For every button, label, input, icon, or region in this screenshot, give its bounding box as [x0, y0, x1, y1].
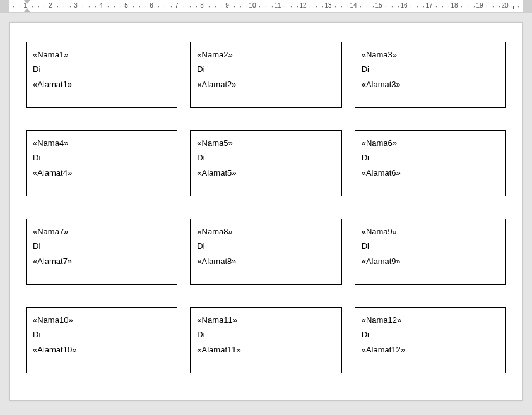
ruler-minor-tick: ·	[341, 4, 343, 10]
merge-field-alamat: «Alamat12»	[362, 342, 499, 357]
static-di: Di	[33, 327, 170, 342]
merge-field-nama: «Nama1»	[33, 47, 170, 62]
ruler-minor-tick: ·	[492, 4, 494, 10]
merge-field-alamat: «Alamat1»	[33, 77, 170, 92]
merge-field-alamat: «Alamat5»	[197, 165, 334, 180]
merge-field-alamat: «Alamat7»	[33, 254, 170, 268]
ruler-minor-tick: ·	[240, 4, 242, 10]
ruler-minor-tick: ·	[164, 4, 166, 10]
ruler-number: 1	[23, 3, 27, 9]
ruler-number: 5	[124, 3, 128, 9]
ruler-minor-tick: ·	[158, 4, 160, 10]
document-page[interactable]: «Nama1» Di «Alamat1» «Nama2» Di «Alamat2…	[9, 22, 523, 401]
ruler-minor-tick: ·	[265, 4, 267, 10]
ruler-number: 18	[451, 3, 458, 9]
ruler-minor-tick: ·	[145, 4, 147, 10]
label-cell[interactable]: «Nama5» Di «Alamat5»	[190, 130, 341, 196]
ruler-minor-tick: ·	[82, 4, 84, 10]
label-cell[interactable]: «Nama2» Di «Alamat2»	[190, 42, 341, 108]
merge-field-alamat: «Alamat2»	[197, 77, 334, 92]
label-grid: «Nama1» Di «Alamat1» «Nama2» Di «Alamat2…	[26, 42, 506, 373]
static-di: Di	[197, 239, 334, 253]
label-cell[interactable]: «Nama7» Di «Alamat7»	[26, 219, 177, 285]
ruler-number: 12	[299, 3, 306, 9]
merge-field-nama: «Nama9»	[362, 224, 499, 239]
ruler-minor-tick: ·	[69, 4, 71, 10]
label-cell[interactable]: «Nama6» Di «Alamat6»	[355, 130, 506, 196]
ruler-minor-tick: ·	[486, 4, 488, 10]
ruler-minor-tick: ·	[347, 4, 349, 10]
merge-field-alamat: «Alamat11»	[197, 342, 334, 357]
ruler-minor-tick: ·	[499, 4, 500, 10]
merge-field-nama: «Nama5»	[197, 136, 334, 150]
ruler-minor-tick: ·	[208, 4, 210, 10]
ruler-minor-tick: ·	[63, 4, 65, 10]
ruler-minor-tick: ·	[196, 4, 198, 10]
merge-field-nama: «Nama3»	[362, 47, 499, 62]
ruler-number: 6	[150, 3, 153, 9]
ruler-number: 15	[375, 3, 382, 9]
merge-field-nama: «Nama4»	[33, 136, 170, 150]
tab-stop-marker[interactable]	[513, 6, 517, 9]
ruler-number: 3	[74, 3, 78, 9]
merge-field-nama: «Nama10»	[33, 313, 170, 327]
ruler-number: 8	[200, 3, 204, 9]
ruler-minor-tick: ·	[435, 4, 437, 10]
ruler-number: 17	[425, 3, 432, 9]
label-cell[interactable]: «Nama9» Di «Alamat9»	[355, 219, 506, 285]
merge-field-alamat: «Alamat10»	[33, 342, 170, 357]
ruler-minor-tick: ·	[221, 4, 223, 10]
ruler-right-cap	[523, 0, 532, 13]
horizontal-ruler[interactable]: ········································…	[0, 0, 532, 13]
ruler-minor-tick: ·	[233, 4, 235, 10]
ruler-number: 9	[225, 3, 229, 9]
ruler-minor-tick: ·	[442, 4, 444, 10]
ruler-minor-tick: ·	[284, 4, 286, 10]
ruler-minor-tick: ·	[133, 4, 134, 10]
ruler-minor-tick: ·	[372, 4, 374, 10]
ruler-minor-tick: ·	[107, 4, 109, 10]
label-cell[interactable]: «Nama8» Di «Alamat8»	[190, 219, 341, 285]
ruler-number: 13	[324, 3, 331, 9]
ruler-minor-tick: ·	[410, 4, 412, 10]
ruler-minor-tick: ·	[473, 4, 475, 10]
ruler-minor-tick: ·	[461, 4, 463, 10]
merge-field-nama: «Nama11»	[197, 313, 334, 327]
ruler-minor-tick: ·	[316, 4, 317, 10]
static-di: Di	[33, 62, 170, 76]
ruler-minor-tick: ·	[290, 4, 292, 10]
ruler-minor-tick: ·	[259, 4, 261, 10]
merge-field-nama: «Nama8»	[197, 224, 334, 239]
ruler-minor-tick: ·	[322, 4, 324, 10]
label-cell[interactable]: «Nama1» Di «Alamat1»	[26, 42, 177, 108]
ruler-number: 14	[350, 3, 357, 9]
label-cell[interactable]: «Nama4» Di «Alamat4»	[26, 130, 177, 196]
ruler-minor-tick: ·	[467, 4, 469, 10]
ruler-minor-tick: ·	[114, 4, 115, 10]
ruler-minor-tick: ·	[139, 4, 141, 10]
ruler-minor-tick: ·	[366, 4, 368, 10]
ruler-number: 11	[274, 3, 281, 9]
static-di: Di	[362, 327, 499, 342]
label-cell[interactable]: «Nama3» Di «Alamat3»	[355, 42, 506, 108]
merge-field-alamat: «Alamat6»	[362, 165, 499, 180]
label-cell[interactable]: «Nama11» Di «Alamat11»	[190, 307, 341, 373]
ruler-minor-tick: ·	[44, 4, 46, 10]
ruler-minor-tick: ·	[297, 4, 299, 10]
ruler-minor-tick: ·	[215, 4, 216, 10]
ruler-minor-tick: ·	[360, 4, 362, 10]
ruler-minor-tick: ·	[511, 4, 513, 10]
merge-field-alamat: «Alamat4»	[33, 165, 170, 180]
ruler-number: 19	[476, 3, 483, 9]
ruler-number: 16	[400, 3, 407, 9]
ruler-left-cap	[0, 0, 9, 13]
workspace: «Nama1» Di «Alamat1» «Nama2» Di «Alamat2…	[0, 13, 532, 411]
label-cell[interactable]: «Nama10» Di «Alamat10»	[26, 307, 177, 373]
ruler-minor-tick: ·	[517, 4, 519, 10]
static-di: Di	[362, 62, 499, 76]
merge-field-alamat: «Alamat3»	[362, 77, 499, 92]
ruler-number: 4	[99, 3, 103, 9]
static-di: Di	[362, 239, 499, 253]
label-cell[interactable]: «Nama12» Di «Alamat12»	[355, 307, 506, 373]
merge-field-nama: «Nama7»	[33, 224, 170, 239]
